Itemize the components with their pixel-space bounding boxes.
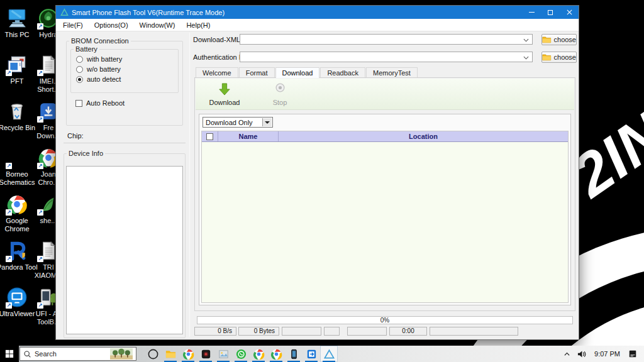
brom-connection-group: BROM Connection Battery with battery w/o… xyxy=(66,37,183,126)
taskbar-icon-cortana[interactable] xyxy=(144,346,162,362)
progress-bar: 0% xyxy=(197,316,573,324)
status-cell xyxy=(324,327,340,336)
taskbar-icon-file-explorer[interactable] xyxy=(162,346,179,362)
status-cell xyxy=(282,327,321,336)
volume-icon[interactable] xyxy=(574,346,589,362)
shortcut-arrow-icon: ↗ xyxy=(37,209,43,216)
search-placeholder: Search xyxy=(35,350,57,358)
pft-icon: ↗ xyxy=(6,54,28,75)
folder-icon xyxy=(542,36,552,43)
select-all-checkbox[interactable] xyxy=(202,131,218,141)
search-box[interactable]: Search xyxy=(19,347,136,361)
status-speed: 0 B/s xyxy=(194,327,236,336)
minimize-button[interactable] xyxy=(522,6,541,19)
panel-divider xyxy=(189,33,190,337)
download-xml-label: Download-XML xyxy=(193,36,240,43)
auth-file-combobox[interactable] xyxy=(240,52,533,62)
download-xml-choose-button[interactable]: choose xyxy=(541,34,577,45)
radio-icon xyxy=(76,56,83,63)
checkbox-icon xyxy=(75,100,82,107)
column-name: Name xyxy=(218,131,279,141)
start-button[interactable] xyxy=(0,346,19,362)
recycle-icon xyxy=(6,101,28,122)
monitor-icon xyxy=(6,8,28,29)
tab-download[interactable]: Download xyxy=(275,67,320,78)
titlebar[interactable]: Smart Phone Flash Tool V6(Runtime Trace … xyxy=(56,6,579,19)
menu-help[interactable]: Help(H) xyxy=(180,21,216,29)
taskbar-icon-remote-window[interactable] xyxy=(303,346,320,362)
system-tray: 9:07 PM xyxy=(560,346,644,362)
radio-wo-battery[interactable]: w/o battery xyxy=(71,63,178,73)
taskbar-icon-chrome-profile-2[interactable] xyxy=(250,346,267,362)
taskbar-icon-dark-tool[interactable] xyxy=(197,346,214,362)
close-button[interactable] xyxy=(560,6,579,19)
battery-title: Battery xyxy=(74,45,99,53)
taskbar-icon-phone-app[interactable] xyxy=(285,346,303,362)
shortcut-arrow-icon: ↗ xyxy=(37,116,43,123)
menu-options[interactable]: Options(O) xyxy=(89,21,134,29)
tab-welcome[interactable]: Welcome xyxy=(196,67,238,78)
divider xyxy=(64,143,186,143)
menu-bar: File(F) Options(O) Window(W) Help(H) xyxy=(56,19,579,31)
taskbar-icon-chrome-profile-3[interactable] xyxy=(267,346,285,362)
maximize-button[interactable] xyxy=(541,6,560,19)
shortcut-arrow-icon: ↗ xyxy=(6,302,12,309)
landscape-image xyxy=(108,348,135,359)
right-panel: Download-XML choose Authentication File xyxy=(192,31,577,339)
radio-icon xyxy=(76,66,83,73)
radio-selected-icon xyxy=(76,76,83,83)
taskbar-icon-chrome[interactable] xyxy=(179,346,197,362)
device-info-group: Device Info xyxy=(64,150,186,338)
tab-memorytest[interactable]: MemoryTest xyxy=(366,67,418,78)
weather-widget[interactable] xyxy=(108,348,135,359)
app-logo-triangle-icon xyxy=(60,8,69,16)
auto-reboot-checkbox[interactable]: Auto Reboot xyxy=(75,99,182,107)
shortcut-arrow-icon: ↗ xyxy=(6,209,12,216)
download-button[interactable]: Download xyxy=(206,80,243,108)
device-info-list[interactable] xyxy=(66,166,183,334)
taskbar: Search 9:07 PM xyxy=(0,346,644,362)
shortcut-arrow-icon: ↗ xyxy=(37,70,43,76)
app-window: Smart Phone Flash Tool V6(Runtime Trace … xyxy=(55,5,579,340)
column-location: Location xyxy=(279,131,568,141)
download-arrow-icon xyxy=(218,82,231,96)
taskbar-icon-photos[interactable] xyxy=(214,346,232,362)
auth-file-choose-button[interactable]: choose xyxy=(541,52,577,63)
clock[interactable]: 9:07 PM xyxy=(589,350,625,358)
radio-auto-detect[interactable]: auto detect xyxy=(71,73,178,83)
radio-with-battery[interactable]: with battery xyxy=(71,53,178,63)
folder-icon xyxy=(542,53,552,61)
tray-chevron-icon[interactable] xyxy=(560,346,574,362)
status-bytes: 0 Bytes xyxy=(238,327,279,336)
status-cell xyxy=(347,327,387,336)
scene-select[interactable]: Download Only xyxy=(203,117,273,128)
shortcut-arrow-icon: ↗ xyxy=(37,163,43,169)
rom-table-header: Name Location xyxy=(202,131,568,142)
menu-file[interactable]: File(F) xyxy=(57,21,89,29)
download-toolbar: Download Stop xyxy=(196,79,574,110)
action-center-icon[interactable] xyxy=(625,346,640,362)
chrome-icon: ↗ xyxy=(6,194,28,215)
left-panel: BROM Connection Battery with battery w/o… xyxy=(61,31,189,337)
shortcut-arrow-icon: ↗ xyxy=(37,256,43,262)
shortcut-arrow-icon: ↗ xyxy=(6,163,12,169)
menu-window[interactable]: Window(W) xyxy=(134,21,181,29)
taskbar-icon-whatsapp[interactable] xyxy=(232,346,250,362)
taskbar-icons xyxy=(144,346,338,362)
window-content: BROM Connection Battery with battery w/o… xyxy=(56,31,579,339)
search-icon xyxy=(23,350,31,358)
windows-logo-icon xyxy=(5,349,14,358)
shortcut-arrow-icon: ↗ xyxy=(6,70,12,76)
borneo-icon: ↗ xyxy=(6,147,28,168)
tab-readback[interactable]: Readback xyxy=(320,67,365,78)
shortcut-arrow-icon: ↗ xyxy=(37,302,43,309)
status-cell xyxy=(430,327,518,336)
download-list-panel: Download Only Name Location xyxy=(199,114,571,305)
tab-format[interactable]: Format xyxy=(239,67,275,78)
taskbar-icon-sp-flash-tool[interactable] xyxy=(320,346,338,362)
desktop: 2IN This PC↗Hydra↗PFT↗IMEI.tShort...Recy… xyxy=(0,0,644,362)
chip-label: Chip: xyxy=(67,132,84,140)
window-title: Smart Phone Flash Tool V6(Runtime Trace … xyxy=(72,9,225,16)
download-xml-combobox[interactable] xyxy=(240,34,533,45)
tab-bar: Welcome Format Download Readback MemoryT… xyxy=(196,67,418,78)
